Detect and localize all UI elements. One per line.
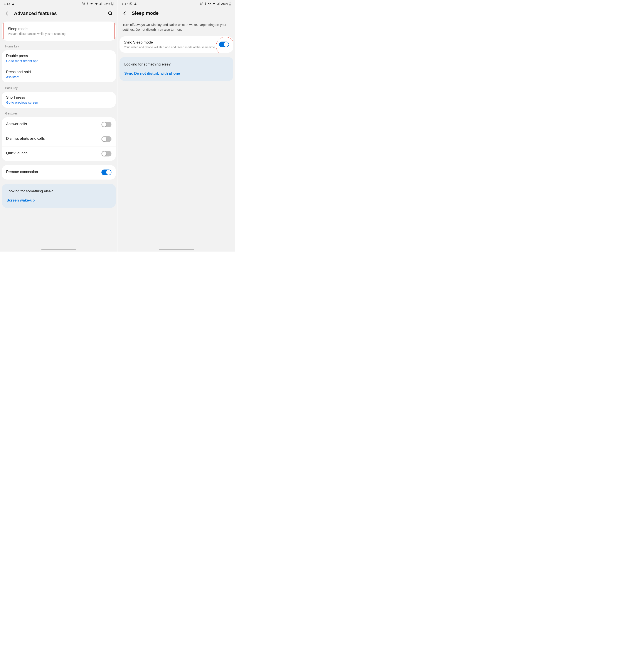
sleep-mode-sub: Prevent disturbances while you're sleepi…: [8, 32, 110, 35]
back-button[interactable]: [4, 10, 10, 17]
svg-point-9: [109, 12, 112, 15]
svg-rect-17: [218, 3, 219, 5]
home-key-card: Double press Go to most recent app Press…: [2, 50, 116, 82]
dismiss-alerts-row[interactable]: Dismiss alerts and calls: [2, 131, 116, 146]
quick-launch-title: Quick launch: [6, 151, 92, 155]
looking-for-title: Looking for something else?: [124, 62, 229, 67]
sleep-mode-row[interactable]: Sleep mode Prevent disturbances while yo…: [3, 23, 115, 40]
signal-icon: [99, 2, 102, 5]
double-press-title: Double press: [6, 54, 112, 58]
answer-calls-title: Answer calls: [6, 122, 92, 126]
dismiss-alerts-title: Dismiss alerts and calls: [6, 137, 92, 141]
wifi-icon: [212, 2, 216, 5]
page-title: Sleep mode: [132, 10, 231, 16]
status-time: 1:18: [4, 2, 10, 5]
svg-point-13: [135, 2, 136, 3]
back-key-card: Short press Go to previous screen: [2, 92, 116, 108]
looking-for-title: Looking for something else?: [6, 189, 111, 193]
battery-percent: 28%: [103, 2, 110, 5]
bluetooth-icon: [87, 2, 89, 5]
back-button[interactable]: [122, 10, 128, 16]
section-back-key: Back key: [0, 82, 118, 92]
page-title: Advanced features: [14, 11, 103, 16]
screen-wakeup-link[interactable]: Screen wake-up: [6, 198, 111, 202]
quick-launch-toggle[interactable]: [101, 151, 112, 157]
svg-rect-20: [230, 2, 230, 2]
svg-rect-3: [100, 3, 101, 5]
short-press-title: Short press: [6, 95, 112, 100]
short-press-row[interactable]: Short press Go to previous screen: [2, 92, 116, 108]
battery-icon: [111, 2, 114, 5]
svg-rect-7: [112, 2, 113, 2]
sleep-mode-title: Sleep mode: [8, 27, 110, 31]
svg-point-12: [131, 3, 131, 3]
remote-connection-title: Remote connection: [6, 170, 92, 174]
svg-rect-16: [218, 3, 218, 5]
header: Sleep mode: [118, 7, 235, 21]
battery-icon: [229, 2, 231, 5]
sync-dnd-link[interactable]: Sync Do not disturb with phone: [124, 71, 229, 76]
sync-sleep-title: Sync Sleep mode: [124, 40, 216, 45]
double-press-row[interactable]: Double press Go to most recent app: [2, 50, 116, 66]
svg-point-0: [13, 2, 14, 3]
svg-rect-15: [217, 4, 218, 5]
sync-sleep-row[interactable]: Sync Sleep mode Your watch and phone wil…: [119, 37, 233, 53]
image-icon: [129, 2, 133, 5]
home-indicator[interactable]: [41, 249, 76, 250]
search-button[interactable]: [107, 10, 114, 17]
dismiss-alerts-toggle[interactable]: [101, 136, 112, 142]
svg-rect-2: [100, 4, 100, 5]
svg-rect-21: [229, 4, 231, 5]
header: Advanced features: [0, 7, 118, 22]
alarm-icon: [82, 2, 85, 5]
mute-icon: [90, 2, 94, 5]
double-press-sub: Go to most recent app: [6, 59, 112, 63]
sleep-mode-description: Turn off Always On Display and Raise wri…: [118, 21, 235, 37]
wifi-icon: [95, 2, 98, 5]
remote-connection-toggle[interactable]: [101, 170, 112, 175]
looking-for-card: Looking for something else? Screen wake-…: [2, 184, 116, 208]
sync-sleep-card: Sync Sleep mode Your watch and phone wil…: [119, 37, 233, 53]
alarm-icon: [200, 2, 203, 5]
section-home-key: Home key: [0, 41, 118, 50]
svg-rect-18: [219, 2, 219, 5]
signal-icon: [217, 2, 220, 5]
status-time: 1:17: [122, 2, 128, 5]
face-icon: [134, 2, 137, 5]
status-bar: 1:18 28%: [0, 0, 118, 7]
short-press-sub: Go to previous screen: [6, 100, 112, 104]
answer-calls-toggle[interactable]: [101, 122, 112, 127]
press-hold-sub: Assistant: [6, 75, 112, 79]
svg-rect-5: [101, 2, 102, 5]
press-hold-title: Press and hold: [6, 70, 112, 74]
battery-percent: 28%: [221, 2, 228, 5]
press-hold-row[interactable]: Press and hold Assistant: [2, 66, 116, 82]
sync-sleep-toggle[interactable]: [219, 42, 229, 47]
svg-line-10: [111, 14, 112, 16]
answer-calls-row[interactable]: Answer calls: [2, 117, 116, 131]
face-icon: [11, 2, 15, 5]
phone-left: 1:18 28%: [0, 0, 118, 251]
bluetooth-icon: [204, 2, 207, 5]
looking-for-card: Looking for something else? Sync Do not …: [119, 57, 233, 81]
section-gestures: Gestures: [0, 108, 118, 117]
svg-rect-4: [101, 3, 101, 5]
sleep-mode-card: Sleep mode Prevent disturbances while yo…: [2, 22, 116, 41]
svg-rect-8: [112, 4, 113, 5]
home-indicator[interactable]: [159, 249, 194, 250]
gestures-card: Answer calls Dismiss alerts and calls Qu…: [2, 117, 116, 161]
mute-icon: [208, 2, 211, 5]
remote-connection-row[interactable]: Remote connection: [2, 165, 116, 179]
quick-launch-row[interactable]: Quick launch: [2, 146, 116, 161]
phone-right: 1:17 28%: [118, 0, 235, 251]
sync-sleep-sub: Your watch and phone will start and end …: [124, 46, 216, 49]
status-bar: 1:17 28%: [118, 0, 235, 7]
remote-connection-card: Remote connection: [2, 165, 116, 179]
